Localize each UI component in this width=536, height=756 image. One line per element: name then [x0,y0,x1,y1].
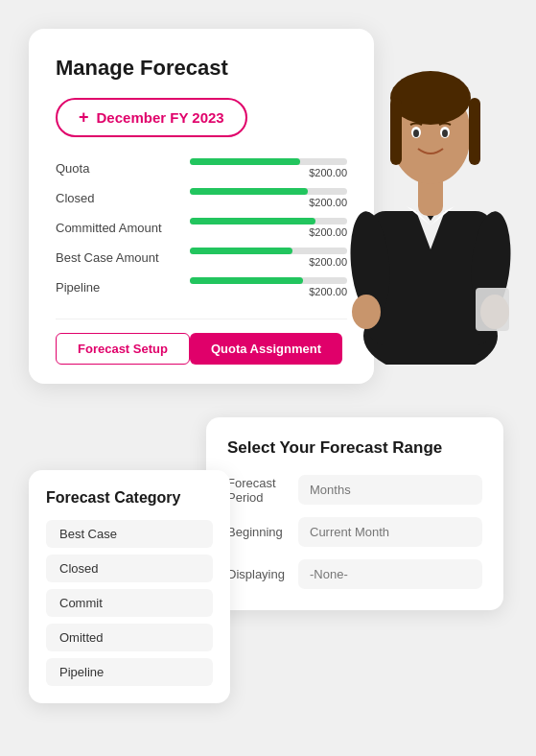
metric-label: Pipeline [56,280,190,295]
metric-label: Best Case Amount [56,250,190,265]
range-field-input[interactable] [298,559,482,589]
svg-rect-9 [476,288,509,331]
svg-rect-13 [390,98,402,165]
metric-bar-wrap: $200.00 [190,188,347,208]
range-fields: Forecast Period Beginning Displaying [227,475,482,589]
tab-forecast-setup[interactable]: Forecast Setup [56,333,190,365]
metric-row: Pipeline $200.00 [56,277,347,297]
metric-bar-wrap: $200.00 [190,248,347,268]
main-card: Manage Forecast + December FY 2023 Quota… [29,29,374,384]
range-field-input[interactable] [298,475,482,505]
period-button[interactable]: + December FY 2023 [56,98,247,137]
svg-point-7 [352,295,381,329]
bar-track [190,277,347,284]
metric-row: Best Case Amount $200.00 [56,248,347,268]
main-card-title: Manage Forecast [56,56,347,81]
range-row: Forecast Period [227,475,482,505]
forecast-category-card: Forecast Category Best CaseClosedCommitO… [29,470,230,703]
forecast-range-card: Select Your Forecast Range Forecast Peri… [206,417,503,610]
category-item[interactable]: Pipeline [46,658,213,686]
range-field-input[interactable] [298,517,482,547]
bar-fill [190,188,308,195]
range-field-label: Beginning [227,525,289,539]
bar-track [190,188,347,195]
period-label: December FY 2023 [97,109,224,126]
bar-fill [190,277,303,284]
card-tabs: Forecast Setup Quota Assignment [56,319,347,365]
forecast-category-title: Forecast Category [46,489,213,507]
range-row: Displaying [227,559,482,589]
metric-label: Committed Amount [56,221,190,235]
category-item[interactable]: Omitted [46,624,213,651]
plus-icon: + [79,107,89,128]
category-item[interactable]: Closed [46,555,213,582]
metric-row: Quota $200.00 [56,158,347,178]
bar-track [190,248,347,254]
metric-bar-wrap: $200.00 [190,158,347,178]
metric-row: Closed $200.00 [56,188,347,208]
bar-track [190,218,347,224]
range-field-label: Forecast Period [227,476,289,505]
category-list: Best CaseClosedCommitOmittedPipeline [46,520,213,686]
metric-label: Quota [56,161,190,176]
metric-row: Committed Amount $200.00 [56,218,347,238]
range-field-label: Displaying [227,567,289,581]
svg-point-17 [413,130,419,137]
bar-fill [190,248,292,254]
metric-bar-wrap: $200.00 [190,277,347,297]
svg-point-18 [442,130,448,137]
category-item[interactable]: Best Case [46,520,213,548]
svg-point-12 [390,71,471,125]
tab-quota-assignment[interactable]: Quota Assignment [190,333,342,365]
range-row: Beginning [227,517,482,547]
svg-rect-14 [469,98,480,165]
metric-bar-wrap: $200.00 [190,218,347,238]
forecast-range-title: Select Your Forecast Range [227,438,482,458]
bar-track [190,158,347,165]
person-image [335,10,526,365]
metrics-list: Quota $200.00 Closed $200.00 Committed A… [56,158,347,297]
category-item[interactable]: Commit [46,589,213,617]
bar-fill [190,218,315,224]
bar-fill [190,158,300,165]
metric-label: Closed [56,191,190,205]
